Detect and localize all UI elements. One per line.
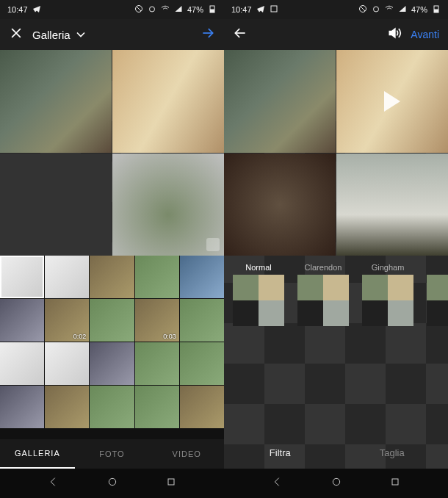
status-bar: 10:47 47%	[0, 0, 224, 19]
tab-filtra[interactable]: Filtra	[224, 436, 336, 469]
sound-icon[interactable]	[387, 26, 402, 43]
svg-rect-15	[434, 10, 438, 13]
preview-tile[interactable]	[224, 50, 336, 153]
nav-home-icon[interactable]	[106, 476, 118, 491]
status-bar: 10:47 47%	[224, 0, 448, 19]
gallery-thumb[interactable]	[0, 299, 44, 342]
image-icon	[270, 4, 278, 15]
gallery-thumb[interactable]	[45, 386, 89, 428]
gallery-picker-screen: 10:47 47% Galleria	[0, 0, 224, 498]
filter-option-gingham[interactable]: Gingham	[362, 263, 413, 326]
filter-edit-screen: 10:47 47% Avanti	[224, 0, 448, 498]
preview-tile[interactable]	[336, 50, 448, 153]
wifi-icon	[161, 4, 170, 15]
edit-mode-tabs: Filtra Taglia	[224, 436, 448, 469]
battery-text: 47%	[187, 5, 203, 14]
gallery-thumb[interactable]	[180, 256, 224, 298]
svg-point-2	[149, 7, 154, 12]
svg-point-8	[109, 478, 115, 485]
dnd-icon	[134, 4, 143, 15]
svg-rect-10	[271, 6, 277, 12]
gallery-thumbnails: 0:02 0:03	[0, 256, 224, 439]
tab-galleria[interactable]: GALLERIA	[0, 439, 75, 469]
media-tile[interactable]	[112, 50, 224, 153]
gallery-thumb[interactable]	[45, 342, 89, 385]
gallery-thumb[interactable]	[90, 299, 134, 342]
back-arrow-icon[interactable]	[233, 26, 248, 43]
filter-preview	[427, 275, 448, 326]
gallery-thumb[interactable]	[0, 386, 44, 428]
signal-icon	[174, 4, 183, 15]
top-bar: Avanti	[224, 19, 448, 50]
filter-label: Gingham	[372, 263, 405, 272]
battery-icon	[432, 4, 441, 15]
edit-preview-grid	[224, 50, 448, 256]
nav-back-icon[interactable]	[47, 476, 59, 491]
gallery-thumb[interactable]	[180, 299, 224, 342]
selected-media-preview	[0, 50, 224, 256]
filter-option-more[interactable]: M	[427, 263, 448, 326]
filter-preview	[233, 275, 284, 326]
svg-marker-17	[390, 29, 396, 37]
android-nav-bar	[224, 469, 448, 498]
source-tabs: GALLERIA FOTO VIDEO	[0, 439, 224, 469]
filter-option-normal[interactable]: Normal	[233, 263, 284, 326]
android-nav-bar	[0, 469, 224, 498]
wifi-icon	[385, 4, 394, 15]
status-time: 10:47	[231, 5, 252, 14]
nav-home-icon[interactable]	[330, 476, 342, 491]
next-button[interactable]: Avanti	[411, 29, 439, 40]
gallery-thumb[interactable]	[180, 342, 224, 385]
telegram-icon	[256, 4, 265, 15]
preview-tile[interactable]	[336, 154, 448, 256]
gallery-thumb[interactable]	[135, 342, 179, 385]
telegram-icon	[32, 4, 41, 15]
gallery-thumb[interactable]	[90, 386, 134, 428]
play-icon	[384, 91, 400, 112]
media-tile[interactable]	[0, 50, 112, 153]
gallery-thumb[interactable]	[90, 342, 134, 385]
svg-line-12	[361, 7, 365, 11]
svg-point-18	[333, 478, 339, 485]
battery-text: 47%	[411, 5, 427, 14]
nav-recent-icon[interactable]	[165, 476, 177, 491]
chevron-down-icon	[73, 27, 88, 42]
gallery-thumb[interactable]: 0:03	[135, 299, 179, 342]
next-arrow-icon[interactable]	[200, 26, 215, 43]
filter-label: Normal	[245, 263, 271, 272]
svg-point-13	[373, 7, 378, 12]
video-duration: 0:02	[73, 333, 87, 340]
gallery-thumb[interactable]	[135, 256, 179, 298]
svg-rect-4	[210, 10, 214, 13]
media-tile-empty	[0, 154, 112, 256]
video-duration: 0:03	[163, 333, 176, 340]
gallery-thumb[interactable]	[0, 256, 44, 298]
nav-back-icon[interactable]	[271, 476, 283, 491]
gallery-thumb[interactable]	[180, 386, 224, 428]
gallery-thumb[interactable]	[0, 342, 44, 385]
gallery-thumb[interactable]	[135, 386, 179, 428]
gallery-thumb[interactable]	[45, 256, 89, 298]
battery-icon	[208, 4, 217, 15]
multi-select-icon	[206, 238, 220, 251]
filter-preview	[362, 275, 413, 326]
preview-tile[interactable]	[224, 154, 336, 256]
filter-preview	[297, 275, 349, 326]
gallery-title: Galleria	[32, 29, 71, 41]
svg-rect-9	[168, 479, 174, 485]
gallery-source-dropdown[interactable]: Galleria	[32, 27, 88, 42]
svg-rect-19	[392, 479, 398, 485]
close-icon[interactable]	[9, 26, 24, 43]
nav-recent-icon[interactable]	[389, 476, 401, 491]
filter-strip: Normal Clarendon Gingham M	[224, 256, 448, 326]
status-time: 10:47	[7, 5, 28, 14]
tab-taglia[interactable]: Taglia	[336, 436, 449, 469]
alarm-icon	[148, 4, 156, 15]
gallery-thumb[interactable]	[90, 256, 134, 298]
filter-option-clarendon[interactable]: Clarendon	[297, 263, 349, 326]
media-tile[interactable]	[112, 154, 224, 256]
gallery-thumb[interactable]: 0:02	[45, 299, 89, 342]
tab-video[interactable]: VIDEO	[149, 439, 224, 469]
tab-foto[interactable]: FOTO	[75, 439, 150, 469]
svg-line-1	[137, 7, 141, 11]
